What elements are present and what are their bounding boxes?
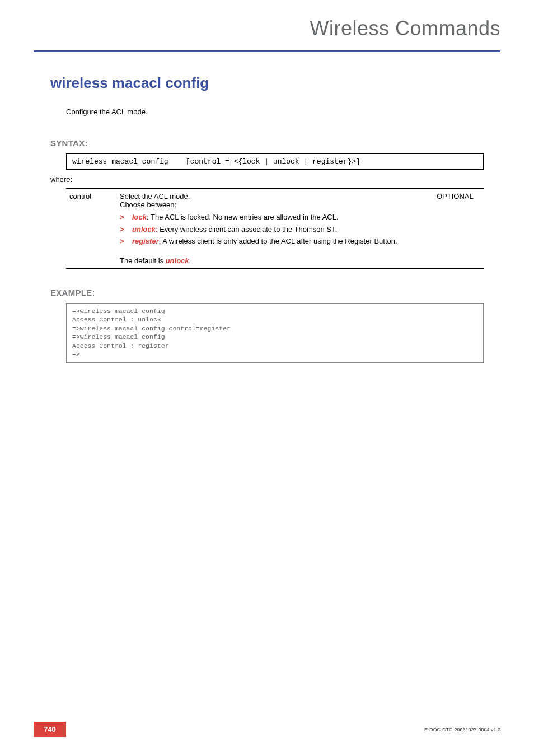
example-section: EXAMPLE: =>wireless macacl config Access… xyxy=(50,288,484,363)
default-prefix: The default is xyxy=(120,256,166,265)
chevron-icon: > xyxy=(120,225,124,235)
list-item: > unlock: Every wireless client can asso… xyxy=(120,225,430,235)
param-desc-lead: Select the ACL mode. Choose between: xyxy=(120,192,430,209)
param-options: > lock: The ACL is locked. No new entrie… xyxy=(120,212,430,246)
command-intro: Configure the ACL mode. xyxy=(66,108,484,116)
param-optional: OPTIONAL xyxy=(433,189,484,253)
content: wireless macacl config Configure the ACL… xyxy=(0,52,534,363)
param-table: control Select the ACL mode. Choose betw… xyxy=(66,188,484,269)
chevron-icon: > xyxy=(120,212,124,222)
option-text: : A wireless client is only added to the… xyxy=(159,237,397,245)
option-text: : Every wireless client can associate to… xyxy=(156,225,337,234)
option-keyword: lock xyxy=(132,213,147,221)
page-number: 740 xyxy=(34,722,66,737)
syntax-heading: SYNTAX: xyxy=(50,138,484,148)
example-heading: EXAMPLE: xyxy=(50,288,484,297)
header: Wireless Commands xyxy=(0,0,534,46)
example-code: =>wireless macacl config Access Control … xyxy=(66,303,484,363)
table-row: control Select the ACL mode. Choose betw… xyxy=(66,189,484,253)
option-keyword: unlock xyxy=(132,225,156,234)
footer: 740 E-DOC-CTC-20061027-0004 v1.0 xyxy=(0,722,534,737)
where-label: where: xyxy=(50,175,484,184)
syntax-code: wireless macacl config [control = <{lock… xyxy=(66,153,484,170)
option-text: : The ACL is locked. No new entries are … xyxy=(147,213,339,221)
option-keyword: register xyxy=(132,237,159,245)
default-keyword: unlock xyxy=(166,256,189,265)
list-item: > register: A wireless client is only ad… xyxy=(120,236,430,246)
command-title: wireless macacl config xyxy=(50,74,484,92)
param-name: control xyxy=(66,189,116,253)
doc-id: E-DOC-CTC-20061027-0004 v1.0 xyxy=(424,727,500,732)
header-title: Wireless Commands xyxy=(34,17,500,40)
chevron-icon: > xyxy=(120,236,124,246)
default-suffix: . xyxy=(189,256,191,265)
param-desc: Select the ACL mode. Choose between: > l… xyxy=(116,189,433,253)
param-default: The default is unlock. xyxy=(116,253,433,269)
table-row: The default is unlock. xyxy=(66,253,484,269)
list-item: > lock: The ACL is locked. No new entrie… xyxy=(120,212,430,222)
